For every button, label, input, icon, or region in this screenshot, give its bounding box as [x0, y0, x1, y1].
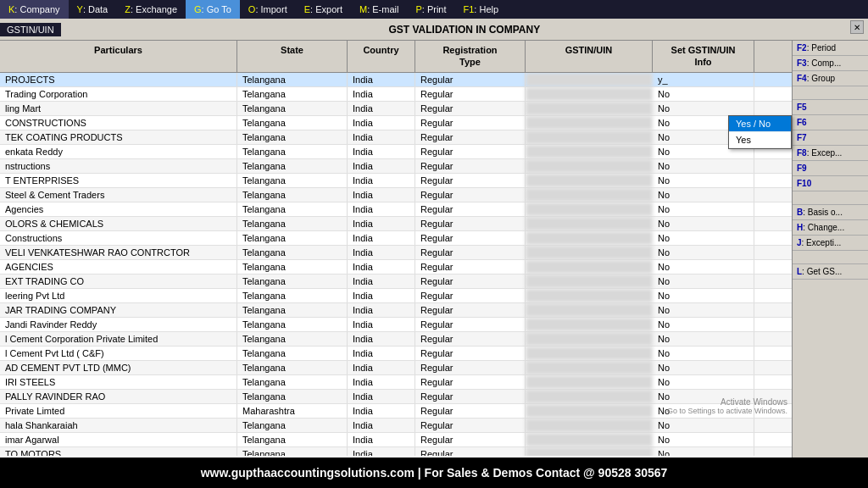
- table-row[interactable]: TO MOTORS Telangana India Regular No: [0, 447, 792, 456]
- cell-country: India: [348, 318, 415, 331]
- sidebar-f5[interactable]: F5: [793, 100, 868, 115]
- table-row[interactable]: T ENTERPRISES Telangana India Regular No: [0, 174, 792, 188]
- col-country: Country: [348, 41, 415, 72]
- table-row[interactable]: Agencies Telangana India Regular No: [0, 202, 792, 217]
- cell-reg: Regular: [415, 332, 526, 346]
- sidebar-b[interactable]: B: Basis o...: [793, 205, 868, 220]
- cell-state: Telangana: [237, 289, 348, 302]
- yes-no-dropdown[interactable]: Yes / No Yes: [728, 115, 792, 149]
- cell-country: India: [348, 390, 415, 403]
- close-button[interactable]: ✕: [850, 20, 864, 34]
- sidebar-l[interactable]: L: Get GS...: [793, 264, 868, 280]
- sidebar-f4[interactable]: F4: Group: [793, 71, 868, 86]
- table-row[interactable]: VELI VENKATESHWAR RAO CONTRCTOR Telangan…: [0, 246, 792, 260]
- table-row[interactable]: Jandi Ravinder Reddy Telangana India Reg…: [0, 318, 792, 332]
- table-row[interactable]: Trading Corporation Telangana India Regu…: [0, 87, 792, 102]
- menu-exchange[interactable]: Z: Exchange: [116, 0, 186, 19]
- cell-state: Telangana: [237, 188, 348, 202]
- cell-country: India: [348, 102, 415, 115]
- footer: www.gupthaaccountingsolutions.com | For …: [0, 458, 868, 488]
- menu-data[interactable]: Y: Data: [69, 0, 117, 19]
- table-row[interactable]: JAR TRADING COMPANY Telangana India Regu…: [0, 303, 792, 318]
- table-row[interactable]: PROJECTS Telangana India Regular y_: [0, 73, 792, 87]
- cell-setgstin: No: [653, 274, 754, 288]
- menu-export[interactable]: E: Export: [296, 0, 351, 19]
- dropdown-yes[interactable]: Yes: [729, 132, 791, 148]
- cell-setgstin: No: [653, 433, 754, 446]
- cell-reg: Regular: [415, 188, 526, 202]
- menu-help[interactable]: F1: Help: [455, 0, 508, 19]
- cell-state: Telangana: [237, 318, 348, 331]
- menu-email[interactable]: M: E-mail: [351, 0, 407, 19]
- cell-reg: Regular: [415, 159, 526, 173]
- cell-country: India: [348, 289, 415, 302]
- cell-state: Telangana: [237, 130, 348, 144]
- cell-gstin: [526, 447, 653, 456]
- table-row[interactable]: AD CEMENT PVT LTD (MMC) Telangana India …: [0, 361, 792, 375]
- table-row[interactable]: nstructions Telangana India Regular No: [0, 159, 792, 174]
- cell-gstin: [526, 174, 653, 187]
- cell-state: Telangana: [237, 419, 348, 432]
- table-row[interactable]: leering Pvt Ltd Telangana India Regular …: [0, 289, 792, 303]
- sidebar-f8[interactable]: F8: Excep...: [793, 146, 868, 161]
- cell-gstin: [526, 361, 653, 374]
- cell-state: Telangana: [237, 375, 348, 389]
- table-row[interactable]: ling Mart Telangana India Regular No: [0, 102, 792, 116]
- cell-gstin: [526, 246, 653, 259]
- cell-state: Telangana: [237, 347, 348, 360]
- dropdown-yes-no[interactable]: Yes / No: [729, 116, 791, 132]
- menu-goto[interactable]: G: Go To: [186, 0, 240, 19]
- menu-import[interactable]: O: Import: [240, 0, 296, 19]
- cell-country: India: [348, 116, 415, 130]
- sidebar-f9[interactable]: F9: [793, 161, 868, 176]
- cell-name: AD CEMENT PVT LTD (MMC): [0, 361, 237, 374]
- table-row[interactable]: Steel & Cement Traders Telangana India R…: [0, 188, 792, 202]
- sidebar-f10[interactable]: F10: [793, 176, 868, 191]
- cell-state: Telangana: [237, 433, 348, 446]
- sidebar-h[interactable]: H: Change...: [793, 220, 868, 236]
- cell-name: imar Agarwal: [0, 433, 237, 446]
- table-row[interactable]: TEK COATING PRODUCTS Telangana India Reg…: [0, 130, 792, 145]
- table-row[interactable]: OLORS & CHEMICALS Telangana India Regula…: [0, 217, 792, 231]
- cell-state: Telangana: [237, 202, 348, 216]
- cell-state: Telangana: [237, 332, 348, 346]
- cell-state: Telangana: [237, 447, 348, 456]
- sidebar-f2[interactable]: F2: Period: [793, 41, 868, 56]
- table-row[interactable]: Constructions Telangana India Regular No: [0, 231, 792, 246]
- cell-name: ling Mart: [0, 102, 237, 115]
- sidebar-j[interactable]: J: Excepti...: [793, 236, 868, 251]
- table-row[interactable]: CONSTRUCTIONS Telangana India Regular No: [0, 116, 792, 130]
- table-row[interactable]: l Cement Corporation Private Limited Tel…: [0, 332, 792, 347]
- table-row[interactable]: EXT TRADING CO Telangana India Regular N…: [0, 274, 792, 289]
- table-row[interactable]: IRI STEELS Telangana India Regular No: [0, 375, 792, 390]
- menu-company[interactable]: K: Company: [0, 0, 69, 19]
- sidebar-f6[interactable]: F6: [793, 115, 868, 130]
- table-row[interactable]: imar Agarwal Telangana India Regular No: [0, 433, 792, 447]
- cell-name: Jandi Ravinder Reddy: [0, 318, 237, 331]
- cell-gstin: [526, 145, 653, 158]
- menu-print[interactable]: P: Print: [407, 0, 454, 19]
- cell-state: Telangana: [237, 390, 348, 403]
- cell-setgstin: No: [653, 375, 754, 389]
- cell-gstin: [526, 260, 653, 274]
- cell-gstin: [526, 419, 653, 432]
- table-row[interactable]: l Cement Pvt Ltd ( C&F) Telangana India …: [0, 347, 792, 361]
- cell-name: hala Shankaraiah: [0, 419, 237, 432]
- cell-country: India: [348, 246, 415, 259]
- cell-reg: Regular: [415, 347, 526, 360]
- col-setgstin: Set GSTIN/UINInfo: [653, 41, 754, 72]
- cell-reg: Regular: [415, 246, 526, 259]
- sidebar-f3[interactable]: F3: Comp...: [793, 56, 868, 71]
- cell-country: India: [348, 303, 415, 317]
- cell-state: Telangana: [237, 73, 348, 86]
- cell-name: Constructions: [0, 231, 237, 245]
- sidebar-f7[interactable]: F7: [793, 130, 868, 146]
- cell-gstin: [526, 303, 653, 317]
- table-row[interactable]: enkata Reddy Telangana India Regular No: [0, 145, 792, 159]
- table-row[interactable]: hala Shankaraiah Telangana India Regular…: [0, 419, 792, 433]
- cell-setgstin: No: [653, 231, 754, 245]
- cell-setgstin: No: [653, 174, 754, 187]
- cell-setgstin: No: [653, 447, 754, 456]
- window-label: GSTIN/UIN: [0, 23, 61, 36]
- table-row[interactable]: AGENCIES Telangana India Regular No: [0, 260, 792, 274]
